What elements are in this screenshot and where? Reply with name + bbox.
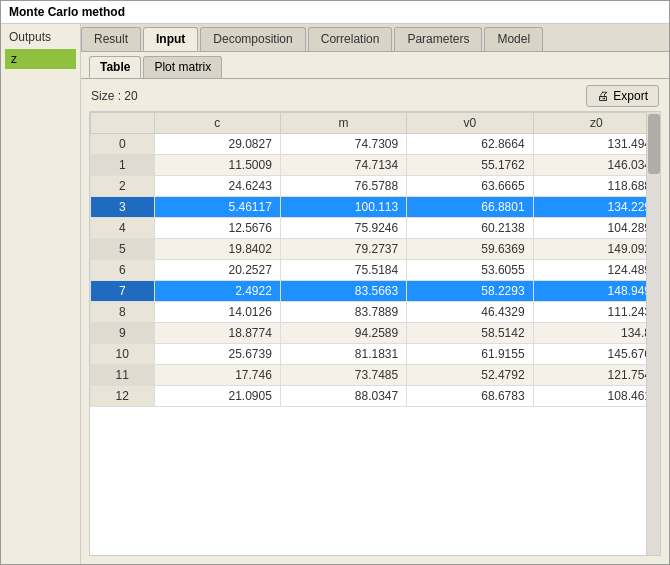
tab-decomposition[interactable]: Decomposition (200, 27, 305, 51)
cell-v0: 52.4792 (407, 365, 533, 386)
size-label: Size : 20 (91, 89, 138, 103)
cell-row-id: 3 (91, 197, 155, 218)
sidebar: Outputs z (1, 24, 81, 564)
cell-c: 5.46117 (154, 197, 280, 218)
table-row[interactable]: 111.500974.713455.1762146.034 (91, 155, 660, 176)
cell-z0: 149.092 (533, 239, 659, 260)
tabs-row: Result Input Decomposition Correlation P… (81, 24, 669, 52)
cell-z0: 104.289 (533, 218, 659, 239)
cell-v0: 66.8801 (407, 197, 533, 218)
cell-row-id: 8 (91, 302, 155, 323)
cell-c: 24.6243 (154, 176, 280, 197)
tab-input[interactable]: Input (143, 27, 198, 51)
cell-c: 19.8402 (154, 239, 280, 260)
cell-row-id: 12 (91, 386, 155, 407)
cell-z0: 121.754 (533, 365, 659, 386)
table-row[interactable]: 620.252775.518453.6055124.489 (91, 260, 660, 281)
cell-c: 20.2527 (154, 260, 280, 281)
sub-tab-table[interactable]: Table (89, 56, 141, 78)
data-table: c m v0 z0 029.082774.730962.8664131.4941… (90, 112, 660, 407)
cell-v0: 55.1762 (407, 155, 533, 176)
sidebar-item-z[interactable]: z (5, 49, 76, 69)
table-row[interactable]: 814.012683.788946.4329111.243 (91, 302, 660, 323)
cell-v0: 68.6783 (407, 386, 533, 407)
tab-parameters[interactable]: Parameters (394, 27, 482, 51)
cell-row-id: 5 (91, 239, 155, 260)
cell-z0: 118.688 (533, 176, 659, 197)
sidebar-label: Outputs (5, 28, 76, 46)
cell-row-id: 7 (91, 281, 155, 302)
table-row[interactable]: 72.492283.566358.2293148.949 (91, 281, 660, 302)
cell-v0: 53.6055 (407, 260, 533, 281)
cell-c: 29.0827 (154, 134, 280, 155)
cell-v0: 60.2138 (407, 218, 533, 239)
table-row[interactable]: 35.46117100.11366.8801134.229 (91, 197, 660, 218)
cell-z0: 124.489 (533, 260, 659, 281)
table-row[interactable]: 1221.090588.034768.6783108.461 (91, 386, 660, 407)
cell-m: 75.9246 (280, 218, 406, 239)
cell-z0: 111.243 (533, 302, 659, 323)
cell-c: 25.6739 (154, 344, 280, 365)
cell-v0: 46.4329 (407, 302, 533, 323)
export-button[interactable]: 🖨 Export (586, 85, 659, 107)
table-row[interactable]: 1025.673981.183161.9155145.676 (91, 344, 660, 365)
table-row[interactable]: 1117.74673.748552.4792121.754 (91, 365, 660, 386)
cell-v0: 62.8664 (407, 134, 533, 155)
cell-row-id: 11 (91, 365, 155, 386)
cell-c: 2.4922 (154, 281, 280, 302)
table-row[interactable]: 412.567675.924660.2138104.289 (91, 218, 660, 239)
table-row[interactable]: 519.840279.273759.6369149.092 (91, 239, 660, 260)
cell-m: 88.0347 (280, 386, 406, 407)
table-container: c m v0 z0 029.082774.730962.8664131.4941… (89, 111, 661, 556)
cell-c: 12.5676 (154, 218, 280, 239)
content-area: Result Input Decomposition Correlation P… (81, 24, 669, 564)
col-header-v0: v0 (407, 113, 533, 134)
table-row[interactable]: 029.082774.730962.8664131.494 (91, 134, 660, 155)
cell-m: 74.7134 (280, 155, 406, 176)
sub-tab-plot-matrix[interactable]: Plot matrix (143, 56, 222, 78)
scrollbar[interactable] (646, 112, 660, 555)
tab-result[interactable]: Result (81, 27, 141, 51)
cell-c: 14.0126 (154, 302, 280, 323)
cell-c: 21.0905 (154, 386, 280, 407)
cell-row-id: 1 (91, 155, 155, 176)
col-header-m: m (280, 113, 406, 134)
table-header-row: c m v0 z0 (91, 113, 660, 134)
col-header-c: c (154, 113, 280, 134)
cell-m: 81.1831 (280, 344, 406, 365)
sub-tabs-row: Table Plot matrix (81, 52, 669, 79)
toolbar-row: Size : 20 🖨 Export (81, 79, 669, 111)
cell-v0: 59.6369 (407, 239, 533, 260)
tab-model[interactable]: Model (484, 27, 543, 51)
cell-z0: 134.8 (533, 323, 659, 344)
cell-m: 74.7309 (280, 134, 406, 155)
title-bar: Monte Carlo method (1, 1, 669, 24)
table-row[interactable]: 224.624376.578863.6665118.688 (91, 176, 660, 197)
cell-z0: 148.949 (533, 281, 659, 302)
cell-v0: 58.5142 (407, 323, 533, 344)
cell-c: 17.746 (154, 365, 280, 386)
cell-m: 83.5663 (280, 281, 406, 302)
cell-m: 100.113 (280, 197, 406, 218)
cell-row-id: 10 (91, 344, 155, 365)
cell-row-id: 4 (91, 218, 155, 239)
col-header-z0: z0 (533, 113, 659, 134)
cell-m: 75.5184 (280, 260, 406, 281)
main-window: Monte Carlo method Outputs z Result Inpu… (0, 0, 670, 565)
cell-z0: 131.494 (533, 134, 659, 155)
cell-c: 11.5009 (154, 155, 280, 176)
cell-z0: 134.229 (533, 197, 659, 218)
cell-m: 94.2589 (280, 323, 406, 344)
cell-z0: 108.461 (533, 386, 659, 407)
cell-v0: 61.9155 (407, 344, 533, 365)
cell-row-id: 9 (91, 323, 155, 344)
cell-m: 79.2737 (280, 239, 406, 260)
table-row[interactable]: 918.877494.258958.5142134.8 (91, 323, 660, 344)
cell-row-id: 2 (91, 176, 155, 197)
export-icon: 🖨 (597, 89, 609, 103)
col-header-row-id (91, 113, 155, 134)
tab-correlation[interactable]: Correlation (308, 27, 393, 51)
cell-v0: 63.6665 (407, 176, 533, 197)
cell-m: 76.5788 (280, 176, 406, 197)
cell-c: 18.8774 (154, 323, 280, 344)
